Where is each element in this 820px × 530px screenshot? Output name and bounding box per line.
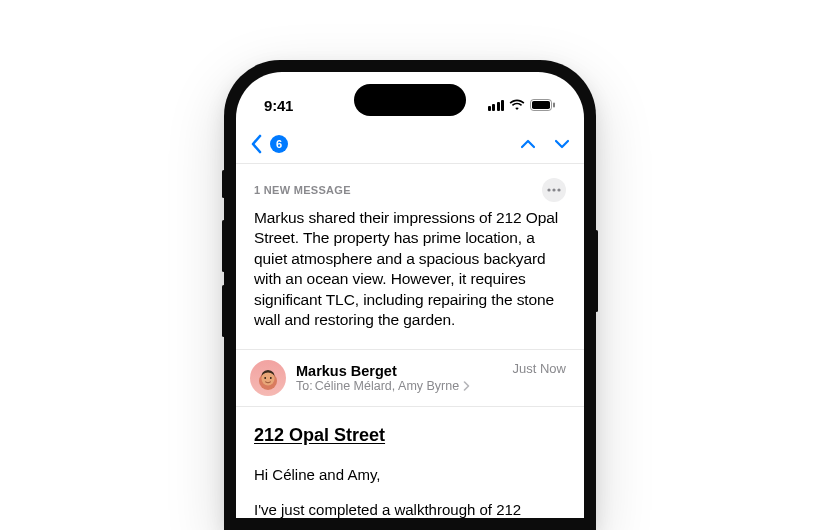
chevron-left-icon	[250, 134, 264, 154]
volume-up-button	[222, 220, 225, 272]
back-button[interactable]: 6	[250, 134, 288, 154]
svg-point-5	[557, 188, 560, 191]
dynamic-island	[354, 84, 466, 116]
email-body: 212 Opal Street Hi Céline and Amy, I've …	[236, 407, 584, 518]
email-body-line: I've just completed a walkthrough of 212	[254, 499, 566, 518]
chevron-right-icon	[461, 381, 470, 391]
recipients-names: Céline Mélard, Amy Byrne	[315, 379, 460, 393]
ellipsis-icon	[547, 188, 561, 192]
summary-label: 1 NEW MESSAGE	[254, 184, 351, 196]
timestamp: Just Now	[513, 361, 566, 376]
phone-frame: 9:41	[224, 60, 596, 530]
power-button	[595, 230, 598, 312]
svg-point-4	[552, 188, 555, 191]
recipients-line[interactable]: To: Céline Mélard, Amy Byrne	[296, 379, 503, 393]
more-options-button[interactable]	[542, 178, 566, 202]
unread-badge: 6	[270, 135, 288, 153]
next-message-button[interactable]	[554, 139, 570, 149]
avatar	[250, 360, 286, 396]
wifi-icon	[509, 99, 525, 111]
status-time: 9:41	[264, 97, 293, 114]
svg-point-8	[264, 377, 266, 379]
email-subject: 212 Opal Street	[254, 425, 566, 446]
to-label: To:	[296, 379, 313, 393]
svg-point-3	[547, 188, 550, 191]
phone-screen: 9:41	[236, 72, 584, 518]
previous-message-button[interactable]	[520, 139, 536, 149]
message-summary-card: 1 NEW MESSAGE Markus shared their impres…	[236, 164, 584, 350]
volume-down-button	[222, 285, 225, 337]
side-button	[222, 170, 225, 198]
sender-name: Markus Berget	[296, 363, 503, 379]
svg-rect-2	[553, 103, 555, 108]
svg-point-9	[270, 377, 272, 379]
battery-icon	[530, 99, 556, 111]
status-indicators	[488, 99, 557, 111]
email-greeting: Hi Céline and Amy,	[254, 464, 566, 485]
svg-rect-1	[532, 101, 550, 109]
cellular-signal-icon	[488, 100, 505, 111]
sender-row[interactable]: Markus Berget To: Céline Mélard, Amy Byr…	[236, 350, 584, 407]
summary-text: Markus shared their impressions of 212 O…	[254, 208, 566, 331]
navigation-bar: 6	[236, 124, 584, 164]
